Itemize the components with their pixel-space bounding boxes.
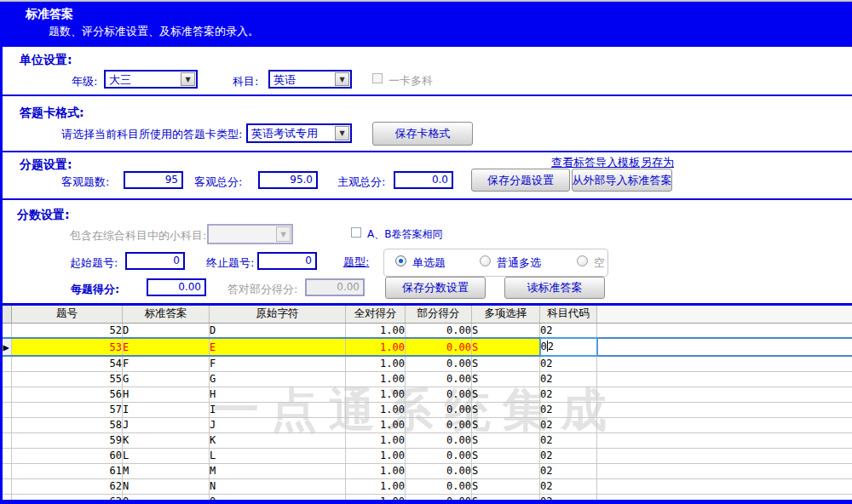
cell-standard-answer[interactable]: H [123,387,210,402]
cell-full-score[interactable]: 1.00 [346,417,406,432]
table-row[interactable]: 57 I I 1.00 0.00 S 02 [1,402,852,417]
table-row[interactable]: 52 D D 1.00 0.00 S 02 [1,323,852,338]
cell-raw-chars[interactable]: F [210,356,346,371]
cell-multi-select[interactable]: S [472,356,540,371]
cell-partial-score[interactable]: 0.00 [406,448,472,463]
table-row[interactable]: 60 L L 1.00 0.00 S 02 [1,448,852,463]
chevron-down-icon[interactable]: ▼ [181,72,195,86]
cell-raw-chars[interactable]: D [210,323,346,338]
cell-partial-score[interactable]: 0.00 [406,338,472,356]
cell-subject-code[interactable]: 02 [540,356,597,371]
cell-full-score[interactable]: 1.00 [346,478,406,494]
table-row[interactable]: 55 G G 1.00 0.00 S 02 [1,371,852,387]
cell-subject-code[interactable]: 02 [540,448,597,463]
save-split-settings-button[interactable]: 保存分题设置 [471,169,570,192]
cell-raw-chars[interactable]: G [210,371,346,387]
objective-total-input[interactable]: 95.0 [258,171,318,189]
cell-raw-chars[interactable]: E [210,338,346,356]
cell-standard-answer[interactable]: M [123,463,210,478]
cell-partial-score[interactable]: 0.00 [406,417,472,432]
cell-multi-select[interactable]: S [472,432,540,448]
read-standard-answer-button[interactable]: 读标准答案 [504,277,605,299]
cell-standard-answer[interactable]: N [123,478,210,494]
cell-raw-chars[interactable]: J [210,417,346,432]
cell-partial-score[interactable]: 0.00 [406,478,472,494]
cell-question-no[interactable]: 61 [12,463,123,478]
cell-multi-select[interactable]: S [472,448,540,463]
table-row[interactable]: 62 N N 1.00 0.00 S 02 [1,478,852,494]
cell-multi-select[interactable]: S [472,371,540,387]
cell-multi-select[interactable]: S [472,478,540,494]
cell-partial-score[interactable]: 0.00 [406,371,472,387]
cell-question-no[interactable]: 53 [12,338,123,356]
col-header-standard-answer[interactable]: 标准答案 [123,306,210,323]
cell-standard-answer[interactable]: J [123,417,210,432]
cell-partial-score[interactable]: 0.00 [406,387,472,402]
cell-question-no[interactable]: 55 [12,371,123,387]
cell-question-no[interactable]: 60 [12,448,123,463]
cell-standard-answer[interactable]: F [123,356,210,371]
cell-partial-score[interactable]: 0.00 [406,463,472,478]
cell-standard-answer[interactable]: L [123,448,210,463]
cell-standard-answer[interactable]: D [123,323,210,338]
cell-full-score[interactable]: 1.00 [346,356,406,371]
cell-raw-chars[interactable]: L [210,448,346,463]
cell-full-score[interactable]: 1.00 [346,448,406,463]
start-number-input[interactable]: 0 [125,252,185,270]
col-header-partial-score[interactable]: 部分得分 [406,306,472,323]
cell-question-no[interactable]: 58 [12,417,123,432]
cell-standard-answer[interactable]: I [123,402,210,417]
radio-multi-choice[interactable] [480,255,491,266]
ab-same-checkbox[interactable] [351,227,361,238]
cell-question-no[interactable]: 56 [12,387,123,402]
cell-full-score[interactable]: 1.00 [346,323,406,338]
col-header-raw-chars[interactable]: 原始字符 [210,306,346,323]
cell-subject-code[interactable]: 02 [540,463,597,478]
cell-subject-code[interactable]: 02 [540,478,597,494]
cell-question-no[interactable]: 59 [12,432,123,448]
cell-partial-score[interactable]: 0.00 [406,323,472,338]
cell-standard-answer[interactable]: K [123,432,210,448]
table-row[interactable]: 54 F F 1.00 0.00 S 02 [1,356,852,371]
chevron-down-icon[interactable]: ▼ [335,126,349,140]
cell-full-score[interactable]: 1.00 [346,402,406,417]
subjective-total-input[interactable]: 0.0 [394,171,453,189]
radio-single-choice[interactable] [395,255,406,266]
cell-question-no[interactable]: 54 [12,356,123,371]
multi-card-checkbox[interactable] [372,73,383,83]
table-row[interactable]: 59 K K 1.00 0.00 S 02 [1,432,852,448]
cell-subject-code[interactable]: 02 [540,387,597,402]
cell-multi-select[interactable]: S [472,338,540,356]
cell-multi-select[interactable]: S [472,463,540,478]
card-type-select[interactable]: 英语考试专用 ▼ [246,123,352,143]
cell-question-no[interactable]: 62 [12,478,123,494]
cell-raw-chars[interactable]: I [210,402,346,417]
table-row[interactable]: 61 M M 1.00 0.00 S 02 [1,463,852,478]
cell-question-no[interactable]: 57 [12,402,123,417]
col-header-full-score[interactable]: 全对得分 [346,306,406,323]
cell-subject-code[interactable]: 02 [540,402,597,417]
cell-partial-score[interactable]: 0.00 [406,402,472,417]
cell-full-score[interactable]: 1.00 [346,338,406,356]
subject-select[interactable]: 英语 ▼ [268,70,352,89]
cell-standard-answer[interactable]: E [123,338,210,356]
cell-subject-code[interactable]: 02 [540,371,597,387]
cell-standard-answer[interactable]: G [123,371,210,387]
cell-question-no[interactable]: 52 [12,323,123,338]
col-header-subject-code[interactable]: 科目代码 [540,306,597,323]
grade-select[interactable]: 大三 ▼ [104,70,198,89]
cell-multi-select[interactable]: S [472,387,540,402]
cell-multi-select[interactable]: S [472,323,540,338]
radio-empty[interactable] [577,255,588,266]
save-score-settings-button[interactable]: 保存分数设置 [385,277,486,299]
cell-multi-select[interactable]: S [472,417,540,432]
table-row[interactable]: 56 H H 1.00 0.00 S 02 [1,387,852,402]
table-row[interactable]: ▶ 53 E E 1.00 0.00 S 02 [1,338,852,356]
col-header-question-no[interactable]: 题号 [12,306,123,323]
cell-raw-chars[interactable]: K [210,432,346,448]
import-standard-answer-button[interactable]: 从外部导入标准答案 [572,169,672,192]
cell-partial-score[interactable]: 0.00 [406,432,472,448]
cell-full-score[interactable]: 1.00 [346,371,406,387]
cell-raw-chars[interactable]: H [210,387,346,402]
cell-subject-code[interactable]: 02 [540,338,597,356]
